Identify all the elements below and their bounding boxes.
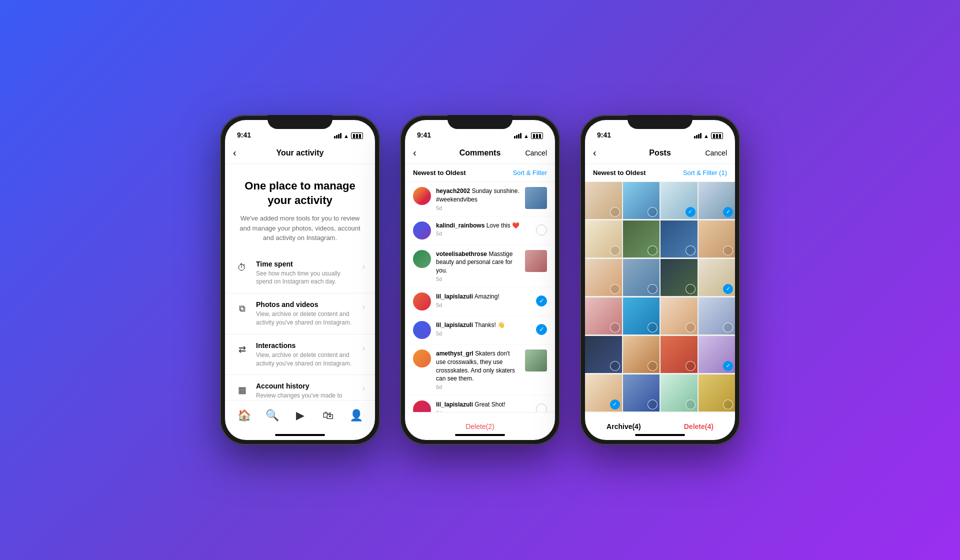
- status-icons-1: ▲ ▮▮▮: [334, 132, 363, 139]
- menu-item-photos-videos[interactable]: ⧉ Photos and videos View, archive or del…: [225, 294, 375, 334]
- grid-check-5[interactable]: [610, 246, 620, 256]
- grid-check-1[interactable]: [610, 207, 620, 217]
- signal-icon-1: [334, 133, 342, 138]
- comment-text-3: voteelisabethrose Masstige beauty and pe…: [436, 250, 520, 275]
- grid-cell-6[interactable]: [623, 220, 660, 258]
- grid-cell-4[interactable]: ✓: [698, 182, 736, 219]
- grid-cell-8[interactable]: [698, 220, 736, 258]
- check-circle-4[interactable]: ✓: [536, 296, 547, 306]
- back-button-3[interactable]: ‹: [593, 147, 596, 158]
- comment-item-5[interactable]: lil_lapislazuli Thanks! 👋 5d ✓: [405, 316, 555, 344]
- grid-cell-19[interactable]: [660, 336, 698, 373]
- time-spent-title: Time spent: [256, 260, 356, 268]
- back-button-2[interactable]: ‹: [413, 147, 416, 158]
- comment-item-3[interactable]: voteelisabethrose Masstige beauty and pe…: [405, 245, 555, 288]
- archive-button[interactable]: Archive(4): [606, 422, 640, 430]
- grid-check-18[interactable]: [648, 361, 658, 371]
- comment-item-2[interactable]: kalindi_rainbows Love this ❤️ 5d: [405, 216, 555, 245]
- grid-check-9[interactable]: [610, 284, 620, 294]
- grid-check-10[interactable]: [648, 284, 658, 294]
- check-circle-2[interactable]: [536, 224, 547, 236]
- comment-item-4[interactable]: lil_lapislazuli Amazing! 5d ✓: [405, 288, 555, 316]
- grid-check-20[interactable]: ✓: [723, 361, 733, 371]
- sort-filter-button-2[interactable]: Sort & Filter: [512, 169, 547, 176]
- grid-check-19[interactable]: [686, 361, 696, 371]
- check-circle-7[interactable]: [536, 404, 547, 412]
- grid-check-17[interactable]: [610, 361, 620, 371]
- menu-item-time-spent[interactable]: ⏱ Time spent See how much time you usual…: [225, 253, 375, 294]
- tab-profile[interactable]: 👤: [346, 406, 366, 426]
- grid-cell-20[interactable]: ✓: [698, 336, 736, 373]
- cancel-button-3[interactable]: Cancel: [705, 149, 727, 157]
- grid-cell-24[interactable]: [698, 374, 736, 412]
- grid-check-24[interactable]: [723, 400, 733, 410]
- grid-cell-17[interactable]: [585, 336, 622, 373]
- grid-cell-15[interactable]: [660, 298, 698, 334]
- grid-check-2[interactable]: [648, 207, 658, 217]
- comment-time-3: 5d: [436, 276, 520, 282]
- grid-check-21[interactable]: ✓: [610, 400, 620, 410]
- grid-check-8[interactable]: [723, 246, 733, 256]
- grid-check-11[interactable]: [686, 284, 696, 294]
- grid-check-15[interactable]: [686, 322, 696, 332]
- grid-check-3[interactable]: ✓: [686, 207, 696, 217]
- delete-button-3[interactable]: Delete(4): [684, 422, 714, 430]
- grid-check-14[interactable]: [648, 322, 658, 332]
- comment-time-2: 5d: [436, 230, 531, 236]
- comment-item-6[interactable]: amethyst_grl Skaters don't use crosswalk…: [405, 344, 555, 396]
- grid-cell-9[interactable]: [585, 259, 622, 296]
- grid-cell-5[interactable]: [585, 220, 622, 258]
- comment-item-1[interactable]: heyach2002 Sunday sunshine. #weekendvibe…: [405, 182, 555, 216]
- grid-cell-23[interactable]: [660, 374, 698, 412]
- menu-item-interactions[interactable]: ⇄ Interactions View, archive or delete c…: [225, 334, 375, 376]
- grid-check-6[interactable]: [648, 246, 658, 256]
- grid-cell-3[interactable]: ✓: [660, 182, 698, 219]
- comment-body-1: heyach2002 Sunday sunshine. #weekendvibe…: [436, 187, 520, 211]
- grid-check-12[interactable]: ✓: [723, 284, 733, 294]
- grid-check-7[interactable]: [686, 246, 696, 256]
- nav-bar-2: ‹ Comments Cancel: [405, 142, 555, 164]
- comment-body-6: amethyst_grl Skaters don't use crosswalk…: [436, 350, 520, 390]
- grid-cell-2[interactable]: [623, 182, 660, 219]
- grid-cell-1[interactable]: [585, 182, 622, 219]
- comment-list: heyach2002 Sunday sunshine. #weekendvibe…: [405, 182, 555, 412]
- battery-icon-3: ▮▮▮: [711, 132, 723, 139]
- back-button-1[interactable]: ‹: [233, 147, 236, 158]
- grid-check-16[interactable]: [723, 322, 733, 332]
- grid-cell-13[interactable]: [585, 298, 622, 334]
- menu-item-account-history[interactable]: ▦ Account history Review changes you've …: [225, 375, 375, 400]
- grid-cell-12[interactable]: ✓: [698, 259, 736, 296]
- tab-shop[interactable]: 🛍: [318, 406, 338, 426]
- grid-check-13[interactable]: [610, 322, 620, 332]
- grid-cell-14[interactable]: [623, 298, 660, 334]
- comment-item-7[interactable]: lil_lapislazuli Great Shot! 6d: [405, 396, 555, 412]
- status-time-3: 9:41: [597, 131, 611, 139]
- home-indicator-1: [275, 434, 325, 436]
- grid-cell-21[interactable]: ✓: [585, 374, 622, 412]
- grid-cell-10[interactable]: [623, 259, 660, 296]
- check-circle-5[interactable]: ✓: [536, 324, 547, 335]
- account-history-title: Account history: [256, 382, 356, 390]
- tab-home[interactable]: 🏠: [234, 406, 254, 426]
- comment-thumb-6: [525, 350, 547, 372]
- tab-search[interactable]: 🔍: [262, 406, 282, 426]
- tab-reels[interactable]: ▶: [290, 406, 310, 426]
- comment-text-1: heyach2002 Sunday sunshine. #weekendvibe…: [436, 187, 520, 204]
- photos-videos-desc: View, archive or delete content and acti…: [256, 310, 356, 327]
- sort-filter-button-3[interactable]: Sort & Filter (1): [683, 169, 727, 176]
- photos-videos-icon: ⧉: [235, 302, 249, 316]
- grid-cell-18[interactable]: [623, 336, 660, 373]
- signal-icon-2: [514, 133, 522, 138]
- menu-list: ⏱ Time spent See how much time you usual…: [225, 253, 375, 400]
- grid-check-23[interactable]: [686, 400, 696, 410]
- grid-cell-16[interactable]: [698, 298, 736, 334]
- grid-check-4[interactable]: ✓: [723, 207, 733, 217]
- avatar-heyach2002: [413, 187, 431, 205]
- grid-cell-11[interactable]: [660, 259, 698, 296]
- grid-cell-22[interactable]: [623, 374, 660, 412]
- delete-button-2[interactable]: Delete(2): [466, 422, 494, 430]
- grid-cell-7[interactable]: [660, 220, 698, 258]
- cancel-button-2[interactable]: Cancel: [525, 149, 547, 157]
- grid-check-22[interactable]: [648, 400, 658, 410]
- battery-icon-1: ▮▮▮: [351, 132, 363, 139]
